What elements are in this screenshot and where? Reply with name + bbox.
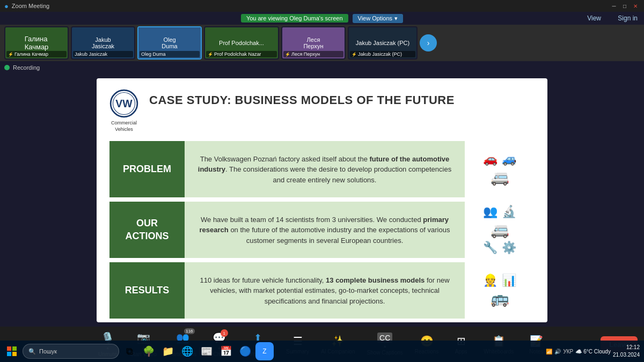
- slide-header: VW Commercial Vehicles CASE STUDY: BUSIN…: [109, 89, 535, 132]
- participant-name: ⚡ Prof Podolchak Nazar: [206, 51, 277, 57]
- view-options-button[interactable]: View Options ▾: [353, 14, 404, 23]
- lightning-icon: ⚡: [8, 52, 13, 57]
- case-label-problem: PROBLEM: [109, 141, 185, 197]
- participant-name: Oleg Duma: [140, 51, 200, 57]
- viewing-badge: You are viewing Oleg Duma's screen: [241, 14, 348, 23]
- vw-logo-svg: VW: [109, 89, 138, 118]
- case-images-results: 👷 📊 🚌: [465, 262, 535, 319]
- participant-tile[interactable]: JakubJasiczak Jakub Jasiczak: [71, 26, 135, 60]
- maximize-button[interactable]: □: [620, 2, 629, 10]
- weather-text: 6°C Cloudy: [583, 349, 611, 354]
- chart-icon: 📊: [502, 274, 516, 287]
- zoom-icon: ●: [4, 2, 9, 10]
- lightning-icon: ⚡: [352, 52, 357, 57]
- slide-title: CASE STUDY: BUSINESS MODELS OF THE FUTUR…: [149, 89, 535, 107]
- case-label-results: RESULTS: [109, 262, 185, 319]
- task-view-button[interactable]: ⧉: [120, 342, 138, 360]
- taskbar: 🔍 Пошук ⧉ 🌳 📁 🌐 📰 📅 🔵 Z 📶 🔊 УКР ☁️ 6°C C…: [0, 341, 644, 362]
- svg-rect-6: [12, 352, 17, 356]
- lightning-icon: ⚡: [208, 52, 213, 57]
- volume-icon: 🔊: [554, 349, 561, 354]
- svg-rect-5: [7, 352, 11, 356]
- time-display: 12:12: [613, 344, 640, 351]
- svg-rect-3: [7, 346, 11, 351]
- search-icon: 🔍: [28, 348, 36, 355]
- case-content-actions: We have built a team of 14 scientists fr…: [185, 202, 465, 258]
- view-label: View: [587, 14, 601, 22]
- recording-dot: [4, 65, 10, 70]
- explorer-icon[interactable]: 🌳: [140, 342, 158, 360]
- office-icon[interactable]: 📰: [197, 342, 216, 360]
- participant-tile[interactable]: Prof Podolchak... ⚡ Prof Podolchak Nazar: [204, 26, 279, 60]
- participant-name: ⚡ Леся Перхун: [283, 51, 343, 57]
- case-images-problem: 🚗 🚙 🚐: [465, 141, 535, 197]
- zoom-taskbar-icon[interactable]: Z: [255, 342, 274, 360]
- slide: VW Commercial Vehicles CASE STUDY: BUSIN…: [97, 78, 547, 322]
- case-label-actions: OUR ACTIONS: [109, 202, 185, 258]
- network-icon: 🔬: [502, 205, 516, 219]
- lang-indicator: УКР: [563, 349, 573, 354]
- notification-bar: You are viewing Oleg Duma's screen View …: [0, 12, 644, 25]
- weather-widget: ☁️ 6°C Cloudy: [575, 349, 611, 354]
- chrome-icon[interactable]: 🔵: [236, 342, 254, 360]
- participant-tile[interactable]: ГалинаКачмар ⚡ Галина Качмар: [4, 26, 69, 60]
- tools-icon: 🔧: [483, 241, 497, 255]
- network-icon: 📶: [546, 349, 552, 354]
- lightning-icon: ⚡: [285, 52, 290, 57]
- participant-tile[interactable]: Jakub Jasiczak (PC) ⚡ Jakub Jasiczak (PC…: [348, 26, 418, 60]
- chevron-down-icon: ▾: [394, 15, 398, 22]
- minimize-button[interactable]: ─: [610, 2, 618, 10]
- svg-text:VW: VW: [115, 98, 133, 109]
- case-images-actions: 👥 🔬 🚐 🔧 ⚙️: [465, 202, 535, 258]
- title-bar-controls: ─ □ ✕: [610, 2, 640, 10]
- recording-label: Recording: [13, 64, 40, 71]
- view-button[interactable]: View: [587, 14, 601, 22]
- title-bar-left: ● Zoom Meeting: [4, 2, 49, 10]
- camper-icon: 🚌: [491, 290, 509, 307]
- settings-icon: ⚙️: [502, 241, 516, 255]
- calendar-icon[interactable]: 📅: [217, 342, 235, 360]
- case-content-results: 110 ideas for future vehicle functionali…: [185, 262, 465, 319]
- windows-logo: [7, 346, 17, 356]
- main-content: VW Commercial Vehicles CASE STUDY: BUSIN…: [0, 74, 644, 327]
- case-row-actions: OUR ACTIONS We have built a team of 14 s…: [109, 202, 535, 258]
- blue-van-icon: 🚐: [491, 221, 509, 239]
- participant-tile-oleg[interactable]: OlegDuma Oleg Duma: [137, 26, 202, 60]
- weather-icon: ☁️: [575, 349, 582, 354]
- taskbar-search-box[interactable]: 🔍 Пошук: [23, 344, 119, 359]
- file-explorer-icon[interactable]: 📁: [159, 342, 177, 360]
- chat-badge: 1: [221, 329, 228, 337]
- vw-logo: VW Commercial Vehicles: [109, 89, 138, 132]
- appliance-icon: 🚗: [483, 152, 497, 166]
- participants-bar: ГалинаКачмар ⚡ Галина Качмар JakubJasicz…: [0, 25, 644, 61]
- participant-tile[interactable]: ЛесяПерхун ⚡ Леся Перхун: [281, 26, 346, 60]
- app-title: Zoom Meeting: [12, 3, 49, 9]
- system-tray: 📶 🔊 УКР: [546, 349, 573, 354]
- sign-in-button[interactable]: Sign in: [618, 14, 638, 22]
- case-content-problem: The Volkswagen Poznań factory asked itse…: [185, 141, 465, 197]
- clock: 12:12 21.03.2024: [613, 344, 640, 359]
- case-row-results: RESULTS 110 ideas for future vehicle fun…: [109, 262, 535, 319]
- date-display: 21.03.2024: [613, 351, 640, 359]
- participant-name: ⚡ Jakub Jasiczak (PC): [350, 51, 415, 57]
- view-options-label: View Options: [358, 15, 393, 21]
- participants-count: 116: [184, 328, 194, 334]
- recording-row: Recording: [0, 61, 644, 74]
- van-icon: 🚐: [491, 168, 509, 186]
- participant-name: Jakub Jasiczak: [73, 51, 133, 57]
- people-icon: 👥: [483, 205, 497, 219]
- close-button[interactable]: ✕: [631, 2, 640, 10]
- next-participants-button[interactable]: ›: [420, 34, 437, 51]
- search-placeholder: Пошук: [39, 348, 57, 354]
- device-icon: 🚙: [502, 152, 516, 166]
- vw-text: Commercial Vehicles: [111, 120, 137, 132]
- case-row-problem: PROBLEM The Volkswagen Poznań factory as…: [109, 141, 535, 197]
- svg-rect-4: [12, 346, 17, 351]
- start-button[interactable]: [2, 342, 21, 361]
- edge-icon[interactable]: 🌐: [178, 342, 196, 360]
- taskbar-right: 📶 🔊 УКР ☁️ 6°C Cloudy 12:12 21.03.2024: [546, 344, 642, 359]
- title-bar: ● Zoom Meeting ─ □ ✕: [0, 0, 644, 12]
- participant-name: ⚡ Галина Качмар: [6, 51, 67, 57]
- worker-icon: 👷: [483, 274, 497, 287]
